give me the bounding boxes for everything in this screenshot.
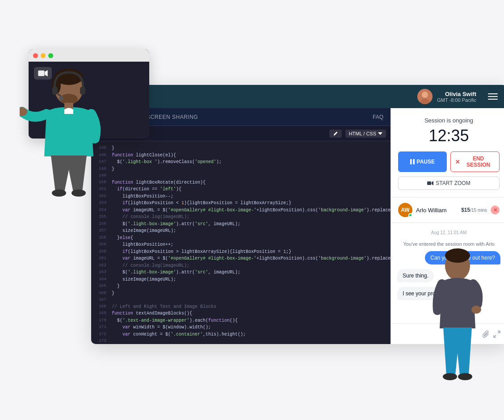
instructor-svg — [20, 67, 118, 201]
rate-value: $15 — [461, 207, 470, 213]
line-number: 159 — [94, 241, 106, 248]
line-number: 164 — [94, 276, 106, 283]
line-number: 162 — [94, 262, 106, 269]
code-line: 152 lightBoxPosition--; — [91, 193, 391, 200]
code-line: 158 }else{ — [91, 235, 391, 242]
code-line: 162 // console.log(imageURL); — [91, 262, 391, 269]
user-info: Olivia Swift GMT -8:00 Pacific — [417, 89, 476, 104]
tab-faq[interactable]: FAQ — [373, 114, 383, 120]
code-line: 169function textAndImageBlocks(){ — [91, 310, 391, 317]
pencil-toolbar-button[interactable] — [329, 130, 342, 138]
line-number: 160 — [94, 248, 106, 256]
code-line: 161 var imageURL = $('#openGallery# #lig… — [91, 255, 391, 262]
end-label: END SESSION — [462, 155, 495, 168]
hamburger-line-2 — [488, 96, 498, 97]
end-session-button[interactable]: END SESSION — [450, 151, 500, 172]
code-content: } — [112, 290, 114, 297]
user-name: Olivia Swift — [437, 91, 476, 97]
line-number: 172 — [94, 331, 106, 338]
code-line: 165 } — [91, 283, 391, 290]
code-line: 170 $('.text-and-image-wrapper').each(fu… — [91, 317, 391, 324]
code-content: // Left and Right Text and Image Blocks — [112, 303, 216, 311]
line-number: 155 — [94, 214, 106, 221]
line-number: 169 — [94, 310, 106, 317]
code-content: }else{ — [112, 235, 133, 242]
code-content: $('.light-box-image').attr('src', imageU… — [112, 269, 240, 276]
session-status-area: Session is ongoing 12:35 PAUSE — [391, 108, 504, 197]
code-content: if(direction == 'left'){ — [112, 186, 181, 193]
code-line: 172 var conHeight = $('.container',this)… — [91, 331, 391, 338]
browser-dot-green[interactable] — [48, 53, 53, 58]
svg-point-9 — [59, 96, 63, 101]
remove-participant-button[interactable]: ✕ — [491, 206, 500, 214]
code-content: $('.light-box-image').attr('src', imageU… — [112, 221, 240, 228]
svg-point-13 — [71, 189, 86, 197]
participant-rate: $15/15 mins — [461, 207, 487, 213]
line-number: 161 — [94, 255, 106, 262]
code-content: function lightClose(el){ — [112, 152, 176, 159]
code-line: 149 — [91, 172, 391, 179]
code-line: 167 — [91, 297, 391, 303]
code-content: // console.log(imageURL); — [112, 214, 189, 221]
code-line: 159 lightBoxPosition++; — [91, 241, 391, 248]
code-line: 148} — [91, 166, 391, 173]
code-content: sizeImage(imageURL); — [112, 227, 176, 235]
tab-screen-sharing[interactable]: SCREEN SHARING — [147, 112, 198, 122]
code-content: function textAndImageBlocks(){ — [112, 310, 192, 317]
code-content: var winWidth = $(window).width(); — [112, 324, 211, 331]
zoom-label: START ZOOM — [436, 180, 470, 186]
browser-dot-red[interactable] — [33, 53, 38, 58]
svg-point-25 — [458, 373, 472, 380]
participant-name: Arlo William — [416, 207, 458, 214]
code-line: 145} — [91, 145, 391, 152]
code-line: 150function lightBoxRotate(direction){ — [91, 179, 391, 186]
svg-rect-6 — [52, 87, 58, 95]
pause-icon — [410, 159, 415, 164]
user-avatar — [417, 89, 433, 104]
end-icon — [455, 159, 460, 164]
code-line: 146function lightClose(el){ — [91, 152, 391, 159]
svg-rect-19 — [427, 181, 431, 185]
line-number: 163 — [94, 269, 106, 276]
zoom-icon — [427, 181, 433, 185]
participant-avatar: AW — [398, 203, 412, 217]
svg-marker-20 — [432, 181, 433, 185]
code-line: 155 // console.log(imageURL); — [91, 214, 391, 221]
code-content: if(lightBoxPosition < 1){lightBoxPositio… — [112, 200, 291, 207]
hamburger-line-1 — [488, 93, 498, 94]
line-number: 166 — [94, 290, 106, 297]
code-content: // console.log(imageURL); — [112, 262, 189, 269]
code-line: 157 sizeImage(imageURL); — [91, 227, 391, 235]
edit-icon — [333, 131, 338, 136]
user-timezone: GMT -8:00 Pacific — [437, 97, 476, 103]
participant-row: AW Arlo William $15/15 mins ✕ — [391, 197, 504, 223]
scene-container: tor | by arc() Olivia Swift — [29, 49, 475, 371]
pause-button[interactable]: PAUSE — [398, 151, 447, 172]
participant-initials: AW — [401, 207, 409, 213]
code-content: $('.light-box ').removeClass('opened'); — [112, 159, 222, 166]
browser-dot-yellow[interactable] — [41, 53, 46, 58]
line-number: 157 — [94, 227, 106, 235]
code-line: 151 if(direction == 'left'){ — [91, 186, 391, 193]
svg-point-24 — [443, 373, 457, 380]
language-selector[interactable]: HTML / CSS — [345, 130, 386, 138]
hamburger-menu-button[interactable] — [486, 92, 500, 101]
svg-point-22 — [445, 248, 470, 263]
browser-titlebar — [29, 49, 149, 62]
instructor-figure — [20, 67, 118, 201]
code-line: 166} — [91, 290, 391, 297]
code-line: 163 $('.light-box-image').attr('src', im… — [91, 269, 391, 276]
line-number: 154 — [94, 207, 106, 214]
code-line: 147 $('.light-box ').removeClass('opened… — [91, 159, 391, 166]
rate-unit: /15 mins — [470, 208, 487, 213]
lang-label: HTML / CSS — [349, 131, 376, 136]
code-editor-area[interactable]: 145}146function lightClose(el){147 $('.l… — [91, 141, 391, 344]
code-content: lightBoxPosition--; — [112, 193, 173, 200]
student-figure — [417, 246, 498, 398]
code-line: 154 var imageURL = $('#openGallery# #lig… — [91, 207, 391, 214]
svg-point-15 — [422, 92, 428, 98]
code-content: lightBoxPosition++; — [112, 241, 173, 248]
student-svg — [417, 246, 498, 398]
line-number: 167 — [94, 297, 106, 303]
start-zoom-button[interactable]: START ZOOM — [398, 176, 500, 190]
